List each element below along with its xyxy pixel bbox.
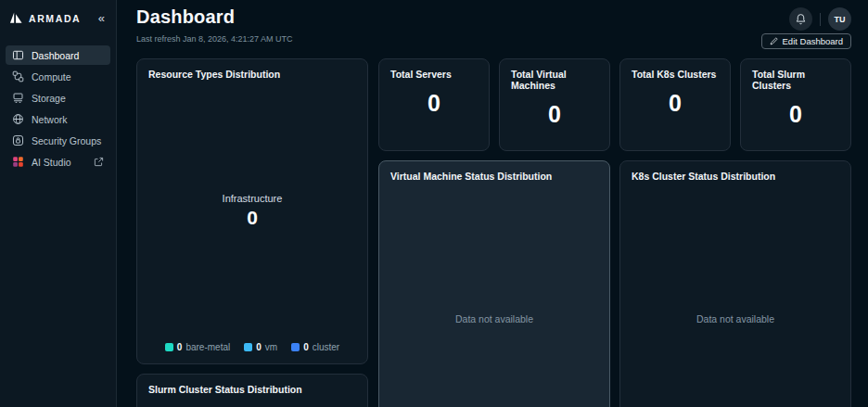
card-title: Total Slurm Clusters	[752, 69, 839, 91]
empty-state-text: Data not available	[390, 182, 598, 407]
empty-state-text: Data not available	[632, 182, 839, 407]
sidebar-item-label: Compute	[32, 71, 104, 83]
stats-row: Total Servers 0 Total Virtual Machines 0…	[378, 58, 851, 151]
pencil-icon	[770, 37, 778, 45]
legend-swatch	[244, 343, 252, 351]
header-divider	[820, 13, 821, 26]
card-title: Total K8s Clusters	[632, 69, 719, 80]
total-k8s-clusters-card: Total K8s Clusters 0	[619, 58, 731, 151]
main-content: Dashboard Last refresh Jan 8, 2026, 4:21…	[117, 0, 868, 407]
legend-item-vm[interactable]: 0 vm	[244, 342, 277, 352]
legend-item-cluster[interactable]: 0 cluster	[291, 342, 339, 352]
legend-label: bare-metal	[185, 342, 230, 352]
sidebar-item-label: Network	[32, 114, 104, 125]
card-title: Total Servers	[390, 69, 478, 80]
dashboard-icon	[12, 49, 24, 61]
total-servers-card: Total Servers 0	[378, 58, 490, 151]
external-link-icon	[94, 157, 104, 167]
compute-icon	[12, 70, 24, 83]
sidebar-item-label: AI Studio	[32, 157, 86, 168]
legend-value: 0	[303, 342, 309, 352]
sidebar-collapse-icon[interactable]: «	[96, 12, 107, 24]
legend-value: 0	[256, 342, 262, 352]
left-column: Resource Types Distribution Infrastructu…	[136, 58, 368, 407]
dashboard-grid: Resource Types Distribution Infrastructu…	[136, 58, 851, 407]
stat-value: 0	[752, 101, 839, 128]
card-title: Slurm Cluster Status Distribution	[148, 384, 356, 395]
resource-types-distribution-card: Resource Types Distribution Infrastructu…	[136, 58, 368, 364]
sidebar: ARMADA « Dashboard Compute Storage Netw	[0, 0, 117, 407]
stat-value: 0	[632, 90, 719, 117]
header-actions: TU	[789, 7, 851, 31]
resource-center-value: 0	[247, 207, 258, 229]
legend-swatch	[165, 343, 173, 351]
security-lock-icon	[12, 134, 24, 146]
card-title: K8s Cluster Status Distribution	[632, 171, 839, 182]
sidebar-item-label: Storage	[32, 93, 104, 104]
stat-value: 0	[511, 101, 598, 128]
armada-logo-icon	[9, 11, 23, 25]
user-avatar[interactable]: TU	[828, 7, 851, 31]
legend-value: 0	[177, 342, 183, 352]
sidebar-item-security-groups[interactable]: Security Groups	[6, 131, 110, 150]
page-title: Dashboard	[136, 6, 851, 28]
resource-chart-center: Infrastructure 0	[148, 80, 356, 342]
charts-row: Virtual Machine Status Distribution Data…	[378, 160, 851, 407]
brand-name: ARMADA	[29, 13, 91, 24]
card-title: Total Virtual Machines	[511, 69, 598, 91]
right-column: Total Servers 0 Total Virtual Machines 0…	[378, 58, 851, 407]
storage-icon	[12, 92, 24, 104]
sidebar-item-network[interactable]: Network	[6, 109, 110, 129]
network-globe-icon	[12, 113, 24, 125]
card-title: Virtual Machine Status Distribution	[390, 171, 598, 182]
resource-center-label: Infrastructure	[223, 193, 283, 204]
slurm-cluster-status-card: Slurm Cluster Status Distribution	[136, 374, 368, 407]
sidebar-item-compute[interactable]: Compute	[6, 67, 110, 86]
legend-swatch	[291, 343, 300, 351]
edit-dashboard-label: Edit Dashboard	[783, 36, 843, 46]
legend-label: cluster	[313, 342, 339, 352]
total-virtual-machines-card: Total Virtual Machines 0	[499, 58, 610, 151]
stat-value: 0	[390, 90, 478, 117]
legend-item-bare-metal[interactable]: 0 bare-metal	[165, 342, 230, 352]
sidebar-item-storage[interactable]: Storage	[6, 88, 110, 108]
k8s-status-distribution-card: K8s Cluster Status Distribution Data not…	[619, 160, 851, 407]
sidebar-item-label: Dashboard	[32, 50, 104, 61]
edit-dashboard-button[interactable]: Edit Dashboard	[761, 33, 851, 49]
vm-status-distribution-card: Virtual Machine Status Distribution Data…	[378, 160, 610, 407]
card-title: Resource Types Distribution	[148, 69, 356, 80]
notifications-bell-icon[interactable]	[789, 7, 812, 31]
sidebar-item-dashboard[interactable]: Dashboard	[6, 45, 110, 65]
sidebar-nav: Dashboard Compute Storage Network Securi…	[0, 45, 116, 172]
resource-legend: 0 bare-metal 0 vm 0 cluster	[148, 342, 356, 354]
last-refresh-text: Last refresh Jan 8, 2026, 4:21:27 AM UTC	[136, 34, 851, 44]
legend-label: vm	[265, 342, 277, 352]
sidebar-header: ARMADA «	[0, 0, 116, 34]
sidebar-item-label: Security Groups	[32, 135, 104, 146]
total-slurm-clusters-card: Total Slurm Clusters 0	[740, 58, 851, 151]
sidebar-item-ai-studio[interactable]: AI Studio	[6, 152, 110, 172]
main-header: Dashboard Last refresh Jan 8, 2026, 4:21…	[136, 6, 851, 58]
ai-studio-icon	[12, 156, 24, 168]
